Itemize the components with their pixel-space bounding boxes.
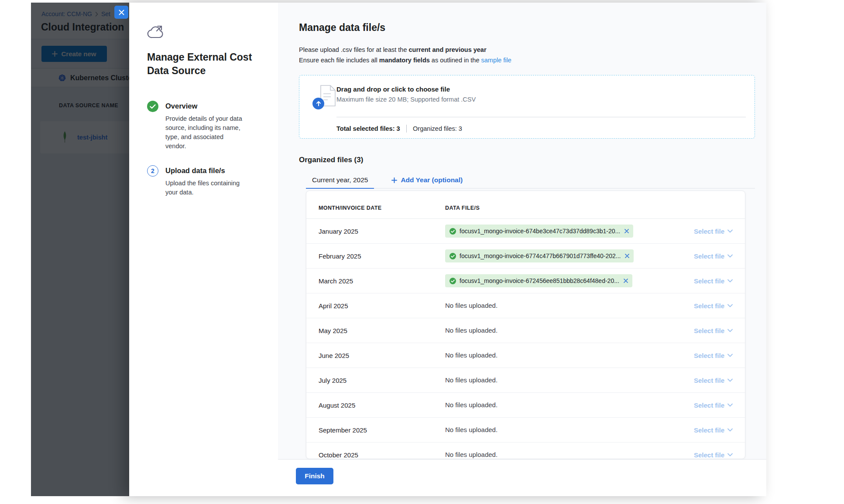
table-row: July 2025 No files uploaded. Select file	[306, 368, 745, 393]
select-file-dropdown[interactable]: Select file	[667, 377, 733, 384]
background-page: Account: CCM-NG Set Cloud Integration Cr…	[31, 3, 129, 496]
table-row: June 2025 No files uploaded. Select file	[306, 343, 745, 368]
wizard-title: Manage External Cost Data Source	[147, 51, 263, 78]
file-cell: No files uploaded.	[445, 451, 667, 459]
remove-file-button[interactable]	[624, 279, 628, 283]
select-file-dropdown[interactable]: Select file	[667, 402, 733, 409]
file-chip-label: focusv1_mongo-invoice-674be3ce47c73d37dd…	[460, 228, 620, 235]
remove-file-button[interactable]	[625, 254, 629, 258]
organized-files-heading: Organized files (3)	[299, 156, 363, 164]
chevron-down-icon	[727, 329, 733, 332]
table-row: August 2025 No files uploaded. Select fi…	[306, 393, 745, 418]
select-file-dropdown[interactable]: Select file	[667, 228, 733, 235]
close-button[interactable]	[114, 6, 128, 19]
month-table-body: January 2025 focusv1_mongo-invoice-674be…	[306, 219, 745, 459]
month-cell: January 2025	[319, 228, 445, 235]
organized-files-count: Organized files: 3	[413, 125, 462, 132]
select-file-label: Select file	[694, 451, 724, 459]
upload-arrow-bubble	[312, 98, 324, 109]
step-title: Upload data file/s	[165, 167, 243, 175]
select-file-label: Select file	[694, 327, 724, 334]
file-chip: focusv1_mongo-invoice-674be3ce47c73d37dd…	[445, 225, 633, 238]
intro-text: as outlined in the	[430, 57, 481, 64]
check-circle-icon	[449, 228, 456, 235]
check-circle-icon	[449, 253, 456, 259]
file-cell: No files uploaded.	[445, 302, 667, 310]
table-row: January 2025 focusv1_mongo-invoice-674be…	[306, 219, 745, 244]
select-file-label: Select file	[694, 252, 724, 260]
select-file-label: Select file	[694, 277, 724, 285]
intro-text: Please upload .csv files for at least th…	[299, 46, 408, 53]
no-files-text: No files uploaded.	[445, 401, 497, 409]
add-year-button[interactable]: Add Year (optional)	[385, 172, 469, 188]
step-description: Upload the files containing your data.	[165, 179, 243, 197]
plus-icon	[391, 177, 397, 183]
select-file-dropdown[interactable]: Select file	[667, 327, 733, 334]
intro-bold: current and previous year	[408, 46, 486, 53]
no-files-text: No files uploaded.	[445, 451, 497, 458]
step-complete-badge	[147, 101, 158, 112]
table-row: May 2025 No files uploaded. Select file	[306, 318, 745, 343]
wizard-steps: Overview Provide details of your data so…	[147, 101, 263, 197]
step-upload-data-files[interactable]: 2 Upload data file/s Upload the files co…	[147, 165, 263, 197]
no-files-text: No files uploaded.	[445, 327, 497, 334]
wizard-panel: Manage External Cost Data Source Overvie…	[129, 3, 278, 496]
chevron-down-icon	[727, 378, 733, 382]
dropzone-subtitle: Maximum file size 20 MB; Supported forma…	[336, 96, 476, 103]
dropzone-stats: Total selected files: 3 Organized files:…	[336, 123, 462, 134]
panel-title: Manage data file/s	[299, 22, 385, 34]
file-chip-label: focusv1_mongo-invoice-672456ee851bbb28c6…	[460, 277, 619, 284]
select-file-label: Select file	[694, 228, 724, 235]
step-title: Overview	[165, 102, 243, 110]
external-cloud-icon	[147, 24, 165, 41]
file-dropzone[interactable]: Drag and drop or click to choose file Ma…	[299, 75, 755, 139]
chevron-down-icon	[727, 428, 733, 432]
select-file-dropdown[interactable]: Select file	[667, 426, 733, 434]
no-files-text: No files uploaded.	[445, 426, 497, 433]
month-cell: April 2025	[319, 302, 445, 310]
app-window: Account: CCM-NG Set Cloud Integration Cr…	[31, 3, 766, 496]
finish-button[interactable]: Finish	[296, 468, 333, 484]
file-chip: focusv1_mongo-invoice-672456ee851bbb28c6…	[445, 274, 632, 287]
file-cell: No files uploaded.	[445, 401, 667, 409]
no-files-text: No files uploaded.	[445, 351, 497, 359]
month-cell: October 2025	[319, 451, 445, 459]
sample-file-link[interactable]: sample file	[481, 57, 511, 64]
chevron-down-icon	[727, 229, 733, 233]
year-tabs: Current year, 2025 Add Year (optional)	[306, 172, 755, 189]
select-file-label: Select file	[694, 426, 724, 434]
intro-text: Ensure each file includes all	[299, 57, 379, 64]
file-cell: focusv1_mongo-invoice-674be3ce47c73d37dd…	[445, 225, 667, 238]
chevron-down-icon	[727, 254, 733, 258]
select-file-label: Select file	[694, 377, 724, 384]
month-cell: September 2025	[319, 426, 445, 434]
step-number-badge: 2	[147, 165, 158, 177]
select-file-dropdown[interactable]: Select file	[667, 302, 733, 310]
select-file-dropdown[interactable]: Select file	[667, 352, 733, 359]
select-file-dropdown[interactable]: Select file	[667, 451, 733, 459]
table-row: October 2025 No files uploaded. Select f…	[306, 443, 745, 459]
select-file-dropdown[interactable]: Select file	[667, 277, 733, 285]
month-cell: August 2025	[319, 402, 445, 409]
select-file-label: Select file	[694, 302, 724, 310]
select-file-label: Select file	[694, 352, 724, 359]
main-panel: Manage data file/s Please upload .csv fi…	[278, 3, 766, 496]
arrow-up-icon	[316, 101, 321, 106]
table-row: April 2025 No files uploaded. Select fil…	[306, 293, 745, 318]
add-year-label: Add Year (optional)	[401, 176, 463, 184]
file-chip-label: focusv1_mongo-invoice-6774c477b667901d77…	[460, 252, 621, 259]
step-overview[interactable]: Overview Provide details of your data so…	[147, 101, 263, 151]
remove-file-button[interactable]	[624, 229, 629, 233]
close-icon	[119, 10, 124, 15]
file-cell: focusv1_mongo-invoice-672456ee851bbb28c6…	[445, 274, 667, 287]
tab-current-year[interactable]: Current year, 2025	[306, 172, 374, 189]
step-description: Provide details of your data source, inc…	[165, 114, 243, 151]
file-cell: No files uploaded.	[445, 426, 667, 434]
drawer-footer: Finish	[278, 459, 766, 496]
close-icon	[624, 229, 629, 233]
select-file-dropdown[interactable]: Select file	[667, 252, 733, 260]
file-cell: No files uploaded.	[445, 376, 667, 384]
dropzone-title: Drag and drop or click to choose file	[336, 85, 450, 93]
dropzone-divider	[336, 117, 746, 117]
no-files-text: No files uploaded.	[445, 302, 497, 309]
